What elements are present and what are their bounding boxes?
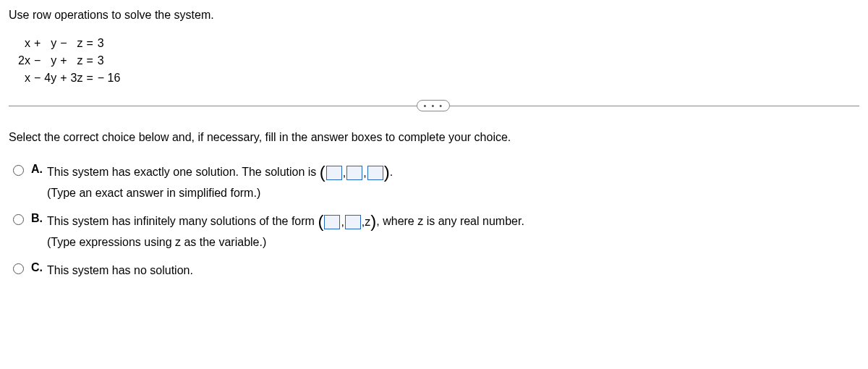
question-prompt: Use row operations to solve the system. <box>9 9 859 22</box>
eq-rhs: 3 <box>95 35 123 52</box>
radio-b[interactable] <box>13 214 24 225</box>
choice-b: B. This system has infinitely many solut… <box>13 212 859 251</box>
open-paren-icon: ( <box>320 162 326 182</box>
eq-term: 4y <box>42 69 59 87</box>
open-paren-icon: ( <box>318 211 323 231</box>
answer-input-b2[interactable] <box>345 215 361 229</box>
eq-eq: = <box>85 35 94 52</box>
eq-rhs: − 16 <box>95 69 123 87</box>
instruction-text: Select the correct choice below and, if … <box>9 131 859 144</box>
answer-input-a1[interactable] <box>326 166 342 180</box>
eq-op: + <box>59 52 68 69</box>
eq-term: x <box>16 69 33 87</box>
system-of-equations: x + y − z = 3 2x − y + z = 3 x − 4y + 3z… <box>16 35 859 87</box>
choice-a: A. This system has exactly one solution.… <box>13 163 859 202</box>
eq-eq: = <box>85 69 94 87</box>
answer-input-a2[interactable] <box>346 166 362 180</box>
equation-row: x + y − z = 3 <box>16 35 122 52</box>
choice-c-text: This system has no solution. <box>47 264 193 276</box>
choice-a-text-pre: This system has exactly one solution. Th… <box>47 166 320 178</box>
eq-term: z <box>69 52 85 69</box>
eq-eq: = <box>85 52 94 69</box>
choice-a-text-post: . <box>390 166 393 178</box>
answer-choices: A. This system has exactly one solution.… <box>13 163 859 280</box>
equation-row: x − 4y + 3z = − 16 <box>16 69 122 87</box>
choice-b-text-pre: This system has infinitely many solution… <box>47 215 318 227</box>
answer-input-a3[interactable] <box>367 166 383 180</box>
eq-op: − <box>33 52 42 69</box>
ellipsis-icon[interactable]: • • • <box>417 100 450 111</box>
eq-op: + <box>59 69 68 87</box>
equation-row: 2x − y + z = 3 <box>16 52 122 69</box>
choice-body-a: This system has exactly one solution. Th… <box>47 163 393 202</box>
radio-c[interactable] <box>13 263 24 274</box>
eq-op: − <box>59 35 68 52</box>
eq-op: + <box>33 35 42 52</box>
comma: , <box>343 166 346 179</box>
eq-term: y <box>42 52 59 69</box>
choice-label-b: B. <box>31 212 43 225</box>
answer-input-b1[interactable] <box>324 215 340 229</box>
eq-term: 2x <box>16 52 33 69</box>
comma: , <box>341 216 344 228</box>
choice-a-hint: (Type an exact answer in simplified form… <box>47 184 393 203</box>
eq-term: 3z <box>69 69 85 87</box>
close-paren-icon: ) <box>384 162 390 182</box>
choice-b-hint: (Type expressions using z as the variabl… <box>47 233 524 252</box>
close-paren-icon: ) <box>370 211 376 231</box>
section-divider: • • • <box>9 106 859 106</box>
comma: , <box>363 166 366 179</box>
radio-a[interactable] <box>13 165 24 176</box>
choice-body-c: This system has no solution. <box>47 261 193 280</box>
eq-rhs: 3 <box>95 52 123 69</box>
eq-op: − <box>33 69 42 87</box>
choice-b-text-post: , where z is any real number. <box>376 215 524 227</box>
eq-term: z <box>69 35 85 52</box>
choice-body-b: This system has infinitely many solution… <box>47 212 524 251</box>
eq-term: x <box>16 35 33 52</box>
choice-label-c: C. <box>31 261 43 274</box>
equation-table: x + y − z = 3 2x − y + z = 3 x − 4y + 3z… <box>16 35 122 87</box>
choice-label-a: A. <box>31 163 43 176</box>
choice-c: C. This system has no solution. <box>13 261 859 280</box>
eq-term: y <box>42 35 59 52</box>
